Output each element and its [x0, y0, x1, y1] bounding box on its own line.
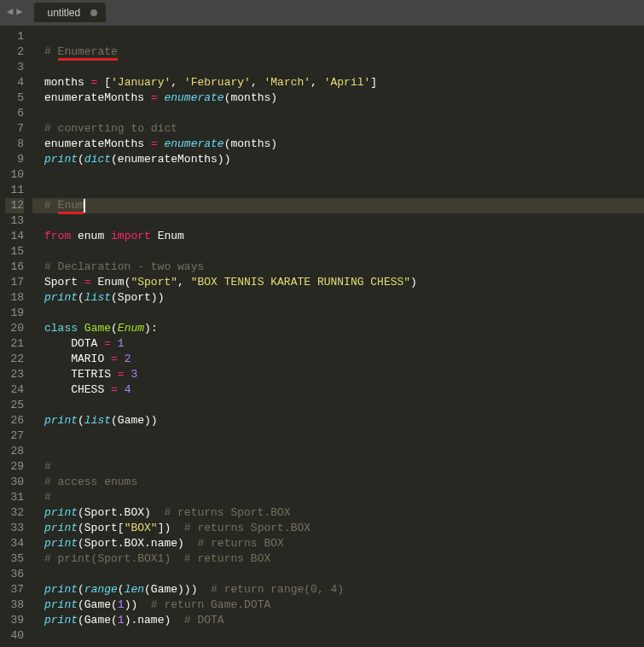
- line-number: 11: [5, 183, 24, 198]
- cursor-icon: [84, 199, 85, 213]
- code-line[interactable]: from enum import Enum: [32, 229, 644, 244]
- underlined-text: Enumerate: [58, 45, 118, 61]
- line-number: 16: [5, 259, 24, 275]
- title-bar: ◀ ▶ untitled: [0, 0, 644, 22]
- code-line[interactable]: [32, 29, 644, 44]
- code-line[interactable]: # Enumerate: [32, 44, 644, 60]
- line-number: 3: [5, 60, 24, 75]
- code-line[interactable]: [32, 60, 644, 75]
- line-number: 33: [5, 521, 24, 536]
- line-number: 9: [5, 152, 24, 167]
- line-number: 17: [5, 275, 24, 290]
- editor-tab[interactable]: untitled: [34, 3, 106, 22]
- line-number: 19: [5, 306, 24, 321]
- code-line[interactable]: TETRIS = 3: [32, 367, 644, 382]
- code-line-active[interactable]: # Enum: [32, 198, 644, 213]
- line-number: 1: [5, 29, 24, 44]
- line-number: 5: [5, 90, 24, 106]
- code-line[interactable]: enumerateMonths = enumerate(months): [32, 137, 644, 152]
- code-line[interactable]: [32, 106, 644, 121]
- code-line[interactable]: [32, 398, 644, 413]
- line-number: 34: [5, 536, 24, 551]
- code-line[interactable]: [32, 183, 644, 198]
- line-number: 13: [5, 213, 24, 229]
- line-number: 37: [5, 582, 24, 597]
- code-line[interactable]: [32, 213, 644, 229]
- line-number: 10: [5, 167, 24, 183]
- code-line[interactable]: print(list(Game)): [32, 413, 644, 428]
- code-line[interactable]: DOTA = 1: [32, 336, 644, 352]
- line-number: 4: [5, 75, 24, 90]
- code-line[interactable]: # print(Sport.BOX1) # returns BOX: [32, 551, 644, 567]
- code-line[interactable]: class Game(Enum):: [32, 321, 644, 336]
- code-line[interactable]: [32, 428, 644, 444]
- line-number: 32: [5, 505, 24, 521]
- line-number: 36: [5, 567, 24, 582]
- line-number: 38: [5, 597, 24, 613]
- line-number: 6: [5, 106, 24, 121]
- nav-back-icon[interactable]: ◀: [5, 5, 15, 18]
- code-line[interactable]: [32, 628, 644, 644]
- line-number: 12: [5, 198, 24, 213]
- code-line[interactable]: [32, 444, 644, 459]
- code-line[interactable]: months = ['January', 'February', 'March'…: [32, 75, 644, 90]
- code-line[interactable]: print(range(len(Game))) # return range(0…: [32, 582, 644, 597]
- code-line[interactable]: [32, 167, 644, 183]
- line-number: 2: [5, 44, 24, 60]
- line-number: 40: [5, 628, 24, 644]
- code-line[interactable]: # access enums: [32, 475, 644, 490]
- line-number: 25: [5, 398, 24, 413]
- line-number: 35: [5, 551, 24, 567]
- code-area[interactable]: # Enumerate months = ['January', 'Februa…: [32, 26, 644, 647]
- code-line[interactable]: print(dict(enumerateMonths)): [32, 152, 644, 167]
- code-line[interactable]: print(Sport.BOX) # returns Sport.BOX: [32, 505, 644, 521]
- line-number: 31: [5, 490, 24, 505]
- line-number: 14: [5, 229, 24, 244]
- line-number: 29: [5, 459, 24, 475]
- code-line[interactable]: print(Sport["BOX"]) # returns Sport.BOX: [32, 521, 644, 536]
- line-number: 26: [5, 413, 24, 428]
- line-number: 27: [5, 428, 24, 444]
- modified-dot-icon: [90, 9, 97, 16]
- tab-title: untitled: [47, 7, 80, 19]
- code-line[interactable]: #: [32, 459, 644, 475]
- code-line[interactable]: # converting to dict: [32, 121, 644, 137]
- code-line[interactable]: [32, 306, 644, 321]
- nav-arrows: ◀ ▶: [0, 0, 29, 22]
- line-number: 21: [5, 336, 24, 352]
- line-number: 20: [5, 321, 24, 336]
- line-number: 22: [5, 352, 24, 367]
- code-line[interactable]: print(Sport.BOX.name) # returns BOX: [32, 536, 644, 551]
- code-line[interactable]: [32, 567, 644, 582]
- line-gutter: 1234567891011121314151617181920212223242…: [0, 26, 32, 647]
- nav-forward-icon[interactable]: ▶: [15, 5, 24, 18]
- code-line[interactable]: MARIO = 2: [32, 352, 644, 367]
- code-line[interactable]: print(list(Sport)): [32, 290, 644, 306]
- line-number: 15: [5, 244, 24, 259]
- line-number: 24: [5, 382, 24, 398]
- editor[interactable]: 1234567891011121314151617181920212223242…: [0, 26, 644, 647]
- underlined-text: Enum: [58, 199, 84, 214]
- line-number: 8: [5, 137, 24, 152]
- code-line[interactable]: enumerateMonths = enumerate(months): [32, 90, 644, 106]
- line-number: 18: [5, 290, 24, 306]
- code-line[interactable]: print(Game(1).name) # DOTA: [32, 613, 644, 628]
- line-number: 30: [5, 475, 24, 490]
- code-line[interactable]: Sport = Enum("Sport", "BOX TENNIS KARATE…: [32, 275, 644, 290]
- code-line[interactable]: CHESS = 4: [32, 382, 644, 398]
- line-number: 28: [5, 444, 24, 459]
- code-line[interactable]: # Declaration - two ways: [32, 259, 644, 275]
- code-line[interactable]: [32, 244, 644, 259]
- line-number: 23: [5, 367, 24, 382]
- code-line[interactable]: #: [32, 490, 644, 505]
- line-number: 7: [5, 121, 24, 137]
- code-line[interactable]: print(Game(1)) # return Game.DOTA: [32, 597, 644, 613]
- line-number: 39: [5, 613, 24, 628]
